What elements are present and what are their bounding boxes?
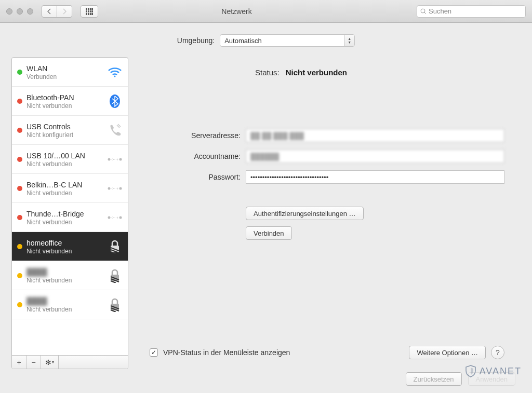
remove-interface-button[interactable]: − bbox=[26, 356, 41, 369]
svg-text:‹···›: ‹···› bbox=[111, 157, 118, 162]
lock-icon bbox=[107, 297, 123, 313]
sidebar-item-status: Nicht verbunden bbox=[26, 189, 103, 197]
sidebar-item-name: Bluetooth-PAN bbox=[26, 93, 103, 102]
advanced-button[interactable]: Weitere Optionen … bbox=[409, 346, 486, 359]
actions-menu-button[interactable]: ✻▾ bbox=[41, 356, 59, 369]
menubar-checkbox-label: VPN-Status in der Menüleiste anzeigen bbox=[163, 348, 404, 357]
sidebar-item-6[interactable]: homeoffice Nicht verbunden bbox=[12, 232, 128, 261]
sidebar-item-status: Nicht verbunden bbox=[26, 219, 103, 226]
lock-icon bbox=[107, 268, 123, 283]
footer-buttons: Zurücksetzen Anwenden bbox=[11, 369, 521, 393]
sidebar-item-3[interactable]: USB 10/…00 LAN Nicht verbunden ‹···› bbox=[12, 145, 128, 174]
show-all-button[interactable] bbox=[81, 5, 98, 18]
bluetooth-icon bbox=[107, 93, 123, 109]
sidebar-item-2[interactable]: USB Controls Nicht konfiguriert bbox=[12, 116, 128, 145]
sidebar-item-name: homeoffice bbox=[26, 238, 103, 248]
ethernet-icon: ‹···› bbox=[107, 181, 123, 196]
password-row: Passwort: ••••••••••••••••••••••••••••••… bbox=[150, 170, 504, 184]
sidebar-item-status: Nicht verbunden bbox=[26, 306, 103, 313]
search-input[interactable]: Suchen bbox=[417, 5, 526, 18]
sidebar-item-text: ████ Nicht verbunden bbox=[26, 296, 103, 313]
traffic-lights bbox=[6, 8, 33, 15]
location-popup[interactable]: Automatisch ▲▼ bbox=[220, 34, 355, 47]
search-icon bbox=[420, 8, 427, 15]
svg-point-9 bbox=[108, 187, 111, 189]
back-button[interactable] bbox=[42, 5, 57, 18]
sidebar-item-0[interactable]: WLAN Verbunden bbox=[12, 58, 128, 87]
help-button[interactable]: ? bbox=[491, 346, 504, 359]
svg-point-7 bbox=[119, 158, 122, 160]
apply-button[interactable]: Anwenden bbox=[468, 372, 515, 386]
svg-point-10 bbox=[119, 187, 122, 189]
connect-button[interactable]: Verbinden bbox=[246, 226, 292, 240]
sidebar-item-4[interactable]: Belkin…B-C LAN Nicht verbunden ‹···› bbox=[12, 174, 128, 203]
svg-text:‹···›: ‹···› bbox=[111, 186, 118, 191]
location-value: Automatisch bbox=[224, 37, 262, 45]
ethernet-icon: ‹···› bbox=[107, 210, 123, 225]
svg-point-0 bbox=[421, 9, 425, 13]
sidebar-item-name: ████ bbox=[26, 267, 103, 277]
sidebar-item-status: Nicht verbunden bbox=[26, 160, 103, 168]
sidebar-item-7[interactable]: ████ Nicht verbunden bbox=[12, 261, 128, 290]
bottom-row: ✓ VPN-Status in der Menüleiste anzeigen … bbox=[150, 336, 504, 369]
status-dot-icon bbox=[17, 128, 22, 133]
sidebar-footer: + − ✻▾ bbox=[12, 355, 128, 369]
lock-icon bbox=[107, 239, 123, 254]
location-row: Umgebung: Automatisch ▲▼ bbox=[11, 34, 521, 47]
status-dot-icon bbox=[17, 302, 22, 307]
detail-panel: Status: Nicht verbunden Serveradresse: █… bbox=[134, 57, 521, 369]
status-dot-icon bbox=[17, 186, 22, 191]
forward-button[interactable] bbox=[57, 5, 72, 18]
svg-point-13 bbox=[119, 216, 122, 219]
status-value: Nicht verbunden bbox=[286, 68, 347, 77]
sidebar: WLAN Verbunden Bluetooth-PAN Nicht verbu… bbox=[11, 57, 128, 369]
status-dot-icon bbox=[17, 99, 22, 104]
sidebar-item-text: WLAN Verbunden bbox=[26, 64, 103, 80]
sidebar-item-text: Belkin…B-C LAN Nicht verbunden bbox=[26, 180, 103, 197]
sidebar-item-1[interactable]: Bluetooth-PAN Nicht verbunden bbox=[12, 87, 128, 116]
account-label: Accountname: bbox=[150, 152, 241, 160]
phone-icon bbox=[107, 123, 123, 138]
zoom-icon[interactable] bbox=[27, 8, 33, 15]
sidebar-item-status: Verbunden bbox=[26, 73, 103, 80]
server-input[interactable]: ██ ██ ███ ███ bbox=[246, 129, 504, 142]
sidebar-item-status: Nicht verbunden bbox=[26, 277, 103, 284]
sidebar-item-5[interactable]: Thunde…t-Bridge Nicht verbunden ‹···› bbox=[12, 203, 128, 232]
minimize-icon[interactable] bbox=[17, 8, 23, 15]
wifi-icon bbox=[107, 64, 123, 80]
svg-point-12 bbox=[108, 216, 111, 219]
auth-settings-button[interactable]: Authentifizierungseinstellungen … bbox=[246, 207, 364, 220]
close-icon[interactable] bbox=[6, 8, 12, 15]
search-placeholder: Suchen bbox=[429, 7, 451, 15]
server-row: Serveradresse: ██ ██ ███ ███ bbox=[150, 129, 504, 142]
sidebar-item-name: Thunde…t-Bridge bbox=[26, 209, 103, 219]
menubar-checkbox[interactable]: ✓ bbox=[150, 348, 158, 357]
sidebar-list: WLAN Verbunden Bluetooth-PAN Nicht verbu… bbox=[12, 58, 128, 355]
add-interface-button[interactable]: + bbox=[12, 356, 26, 369]
content: Umgebung: Automatisch ▲▼ WLAN Verbunden … bbox=[0, 23, 532, 393]
sidebar-item-status: Nicht konfiguriert bbox=[26, 131, 103, 139]
server-label: Serveradresse: bbox=[150, 131, 241, 140]
sidebar-item-name: ████ bbox=[26, 296, 103, 306]
chevron-updown-icon: ▲▼ bbox=[344, 35, 354, 46]
svg-point-2 bbox=[114, 75, 116, 77]
account-input[interactable]: ██████ bbox=[246, 150, 504, 163]
sidebar-item-status: Nicht verbunden bbox=[26, 248, 103, 255]
status-dot-icon bbox=[17, 215, 22, 220]
sidebar-item-name: USB 10/…00 LAN bbox=[26, 151, 103, 160]
sidebar-item-text: Thunde…t-Bridge Nicht verbunden bbox=[26, 209, 103, 226]
status-row: Status: Nicht verbunden bbox=[150, 68, 504, 77]
status-dot-icon bbox=[17, 157, 22, 162]
grid-icon bbox=[86, 8, 93, 15]
main-row: WLAN Verbunden Bluetooth-PAN Nicht verbu… bbox=[11, 57, 521, 369]
titlebar: Netzwerk Suchen bbox=[0, 0, 532, 23]
sidebar-item-8[interactable]: ████ Nicht verbunden bbox=[12, 290, 128, 319]
window-title: Netzwerk bbox=[103, 7, 411, 16]
sidebar-item-text: Bluetooth-PAN Nicht verbunden bbox=[26, 93, 103, 110]
sidebar-item-name: Belkin…B-C LAN bbox=[26, 180, 103, 189]
status-label: Status: bbox=[255, 68, 280, 77]
revert-button[interactable]: Zurücksetzen bbox=[406, 372, 462, 386]
ethernet-icon: ‹···› bbox=[107, 152, 123, 167]
location-label: Umgebung: bbox=[177, 36, 215, 45]
password-input[interactable]: ••••••••••••••••••••••••••••••••• bbox=[246, 170, 504, 184]
